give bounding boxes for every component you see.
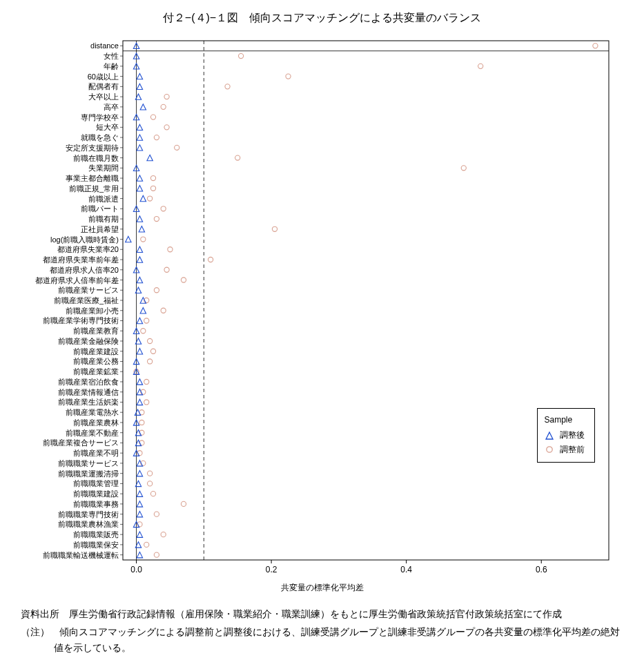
svg-marker-107 [137, 277, 142, 282]
svg-text:都道府県求人倍率20: 都道府県求人倍率20 [49, 266, 118, 274]
svg-point-50 [154, 135, 159, 139]
svg-text:0.4: 0.4 [400, 565, 412, 574]
svg-text:前職産業不明: 前職産業不明 [73, 449, 119, 457]
svg-text:大卒以上: 大卒以上 [88, 93, 119, 101]
svg-marker-27 [137, 73, 142, 79]
svg-marker-47 [137, 124, 142, 130]
legend: Sample 調整後 調整前 [537, 408, 595, 463]
svg-point-210 [144, 542, 148, 547]
svg-point-138 [147, 359, 152, 364]
legend-item-unadjusted: 調整前 [545, 443, 585, 456]
svg-point-186 [147, 481, 152, 486]
svg-point-46 [164, 125, 168, 130]
svg-text:前職産業金融保険: 前職産業金融保険 [58, 337, 119, 345]
svg-point-70 [150, 186, 155, 191]
legend-title: Sample [545, 413, 585, 427]
svg-text:前職職業事務: 前職職業事務 [73, 500, 119, 508]
svg-marker-207 [137, 532, 142, 537]
svg-point-106 [181, 278, 186, 282]
svg-marker-199 [137, 511, 142, 516]
svg-marker-119 [140, 308, 146, 313]
svg-point-122 [144, 318, 148, 323]
svg-text:年齢: 年齢 [104, 62, 119, 70]
svg-text:前職有期: 前職有期 [88, 215, 119, 223]
svg-marker-55 [137, 145, 142, 151]
svg-point-78 [161, 206, 166, 211]
svg-text:0.6: 0.6 [535, 565, 547, 574]
svg-point-62 [461, 166, 466, 171]
svg-text:就職を急ぐ: 就職を急ぐ [81, 133, 119, 142]
svg-text:安定所支援期待: 安定所支援期待 [66, 144, 119, 152]
svg-rect-0 [123, 41, 609, 560]
balance-plot: 0.00.20.40.6distance女性年齢60歳以上配偶者有大卒以上高卒専… [22, 35, 623, 581]
svg-text:前職在職月数: 前職在職月数 [73, 154, 119, 162]
svg-text:前職職業専門技術: 前職職業専門技術 [58, 510, 119, 519]
svg-marker-123 [137, 318, 142, 323]
svg-point-94 [167, 247, 172, 252]
svg-text:0.0: 0.0 [130, 565, 142, 574]
svg-marker-87 [139, 226, 144, 232]
chart-container: 0.00.20.40.6distance女性年齢60歳以上配偶者有大卒以上高卒専… [22, 35, 623, 581]
svg-text:前職職業管理: 前職職業管理 [73, 479, 119, 487]
svg-point-217 [546, 447, 552, 452]
circle-icon [545, 445, 554, 454]
svg-text:前職産業建設: 前職産業建設 [73, 347, 119, 356]
svg-point-18 [238, 54, 243, 59]
svg-point-98 [208, 257, 213, 262]
notes-block: 資料出所 厚生労働省行政記録情報（雇用保険・職業紹介・職業訓練）をもとに厚生労働… [21, 606, 623, 655]
svg-marker-99 [137, 257, 142, 262]
svg-marker-191 [137, 491, 142, 496]
svg-text:前職職業運搬清掃: 前職職業運搬清掃 [58, 470, 119, 478]
svg-point-162 [139, 420, 144, 425]
legend-label-adjusted: 調整後 [560, 428, 585, 442]
svg-text:前職産業複合サービス: 前職産業複合サービス [43, 438, 119, 447]
svg-point-198 [154, 512, 159, 516]
svg-marker-195 [137, 501, 142, 507]
svg-marker-91 [125, 236, 130, 242]
svg-text:0.2: 0.2 [265, 565, 277, 574]
footnote: （注） 傾向スコアマッチングによる調整前と調整後における、訓練受講グループと訓練… [21, 624, 623, 655]
svg-marker-95 [137, 246, 142, 252]
triangle-icon [545, 431, 554, 441]
svg-text:前職正規_常用: 前職正規_常用 [68, 184, 118, 193]
svg-point-26 [285, 74, 290, 79]
svg-point-214 [154, 552, 159, 557]
svg-text:前職産業情報通信: 前職産業情報通信 [58, 388, 119, 396]
x-axis-label: 共変量の標準化平均差 [21, 582, 623, 594]
svg-text:失業期間: 失業期間 [88, 164, 119, 172]
svg-text:前職産業公務: 前職産業公務 [73, 357, 119, 365]
svg-point-54 [174, 145, 179, 150]
svg-point-42 [150, 115, 155, 119]
svg-text:前職産業学術専門技術: 前職産業学術専門技術 [43, 316, 119, 325]
svg-point-146 [144, 379, 148, 384]
svg-marker-215 [137, 552, 142, 557]
svg-marker-59 [146, 155, 152, 160]
svg-text:前職派遣: 前職派遣 [88, 195, 119, 203]
svg-text:前職産業電熱水: 前職産業電熱水 [66, 408, 119, 416]
svg-point-58 [235, 155, 240, 160]
svg-point-30 [224, 84, 229, 89]
svg-text:前職産業生活娯楽: 前職産業生活娯楽 [58, 398, 119, 406]
svg-marker-183 [137, 470, 142, 476]
svg-point-118 [161, 308, 166, 313]
legend-item-adjusted: 調整後 [545, 428, 585, 442]
svg-point-126 [140, 329, 145, 333]
chart-title: 付２−(４)−１図 傾向スコアマッチングによる共変量のバランス [21, 11, 623, 26]
svg-marker-216 [546, 432, 553, 439]
svg-text:前職職業建設: 前職職業建設 [73, 490, 119, 498]
svg-point-130 [147, 338, 152, 343]
source-note: 資料出所 厚生労働省行政記録情報（雇用保険・職業紹介・職業訓練）をもとに厚生労働… [21, 606, 623, 621]
svg-text:都道府県失業率20: 都道府県失業率20 [57, 245, 118, 253]
svg-point-22 [478, 64, 482, 68]
svg-point-82 [154, 216, 159, 221]
svg-marker-67 [137, 175, 142, 181]
svg-text:都道府県求人倍率前年差: 都道府県求人倍率前年差 [35, 276, 119, 284]
svg-text:前職職業保安: 前職職業保安 [73, 541, 119, 549]
svg-text:前職職業販売: 前職職業販売 [73, 530, 119, 539]
svg-text:60歳以上: 60歳以上 [87, 72, 118, 81]
svg-text:短大卒: 短大卒 [96, 123, 119, 131]
svg-text:前職職業農林漁業: 前職職業農林漁業 [58, 520, 119, 528]
svg-text:distance: distance [90, 41, 119, 50]
svg-point-86 [272, 226, 277, 231]
svg-marker-39 [140, 104, 146, 110]
